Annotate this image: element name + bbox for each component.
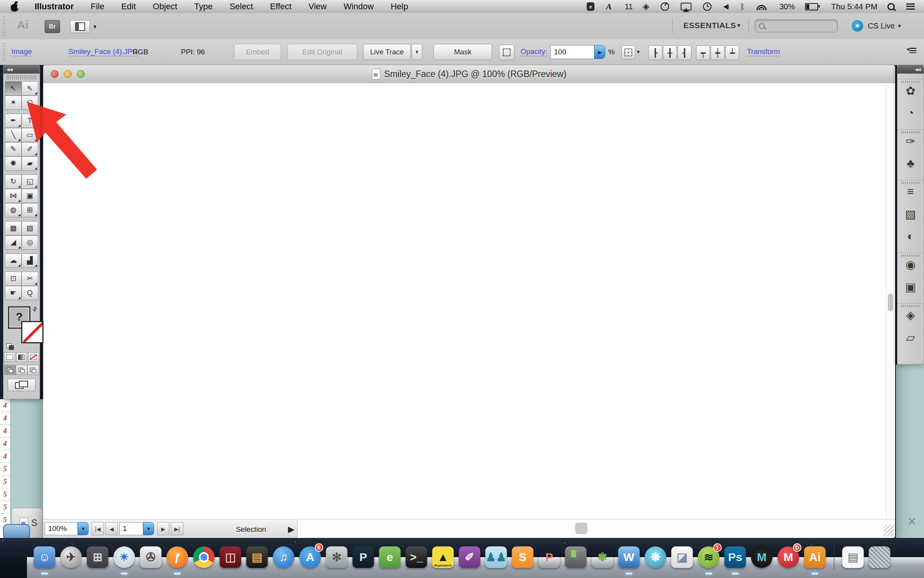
tool-selection[interactable]: ↖	[5, 81, 22, 96]
search-input[interactable]	[755, 19, 838, 32]
menu-status-airplay[interactable]	[681, 3, 693, 10]
dock-app-chrome[interactable]	[193, 546, 215, 568]
previous-artboard-button[interactable]: ◀	[105, 522, 118, 535]
dock-app-finder[interactable]: ☺	[34, 546, 55, 568]
tool-pencil[interactable]: ✐	[22, 142, 38, 156]
menu-status-gauge[interactable]	[661, 2, 671, 11]
dock-app-safari[interactable]: ✴	[114, 546, 135, 568]
menu-item[interactable]: View	[308, 2, 326, 12]
dock-app-system-preferences[interactable]: ✻	[326, 546, 348, 568]
isolate-selected-object-button[interactable]	[499, 45, 514, 60]
dock-app-terminal[interactable]: >_	[406, 546, 427, 568]
dock-app-processing[interactable]: P	[353, 546, 374, 568]
tool-zoom[interactable]: Q	[22, 286, 38, 300]
menu-app-name[interactable]: Illustrator	[35, 2, 74, 12]
menu-status-volume[interactable]: ◀)	[723, 3, 730, 10]
panel-color[interactable]: ✿	[897, 79, 924, 102]
panel-dock-collapse[interactable]: ◀◀	[897, 65, 924, 74]
zoom-level-field[interactable]: 100%	[45, 522, 78, 535]
opacity-input[interactable]: 100	[551, 45, 594, 59]
swap-fill-stroke-icon[interactable]: ⇄	[31, 305, 39, 313]
tool-eraser[interactable]: ▰	[22, 156, 38, 171]
reference-point-selector[interactable]	[621, 45, 635, 59]
color-button[interactable]	[4, 353, 15, 362]
window-resize-grip[interactable]	[884, 525, 894, 536]
vertical-scrollbar-thumb[interactable]	[888, 294, 893, 311]
tool-direct-selection[interactable]: ⇖	[22, 81, 38, 96]
artboard-dropdown-button[interactable]: ▼	[143, 522, 154, 535]
dock-app-evernote[interactable]: e	[379, 546, 401, 568]
tool-type[interactable]: T	[22, 114, 38, 128]
dock-app-facetime[interactable]: ✇	[140, 546, 162, 568]
panel-brushes[interactable]: ✑	[897, 129, 924, 152]
tool-column-graph[interactable]: ▟	[22, 254, 38, 268]
tool-pen[interactable]: ✒	[5, 114, 22, 128]
tools-panel-grip[interactable]	[7, 75, 37, 80]
cs-live-menu[interactable]: CS Live	[868, 22, 895, 30]
artboard-number-field[interactable]: 1	[119, 522, 143, 535]
tool-shape-builder[interactable]: ◍	[5, 203, 22, 217]
live-trace-options-button[interactable]: ▼	[412, 44, 422, 60]
tool-symbol-sprayer[interactable]: ☁	[5, 254, 22, 268]
cs-live-icon[interactable]: ✱	[852, 20, 863, 32]
menu-status-bluetooth[interactable]: ᛒ	[740, 3, 747, 11]
dock-app-makerware[interactable]: M	[751, 546, 773, 568]
tool-lasso[interactable]: ◠	[22, 96, 38, 110]
tool-free-transform[interactable]: ▣	[22, 189, 38, 203]
opacity-slider-button[interactable]: ▶	[594, 45, 605, 59]
menu-item[interactable]: Type	[194, 2, 213, 12]
draw-inside-mode-button[interactable]	[27, 365, 39, 375]
menu-status-spotlight[interactable]	[887, 3, 896, 10]
tool-artboard[interactable]: ⊡	[5, 272, 22, 286]
first-artboard-button[interactable]: |◀	[92, 522, 104, 535]
dock-app-app-grid[interactable]: ⊞	[87, 546, 109, 568]
tool-perspective-grid[interactable]: ⊞	[22, 203, 38, 217]
screen-mode-button[interactable]	[8, 379, 35, 391]
tool-rectangle[interactable]: ▭	[22, 128, 38, 142]
panel-stroke[interactable]: ≡	[897, 180, 924, 203]
dock-app-illustrator[interactable]: Ai	[804, 546, 826, 568]
dock-app-ichat[interactable]: ♟♟	[485, 546, 507, 568]
dock-app-downloads[interactable]: ▤	[842, 546, 864, 568]
embed-button[interactable]: Embed	[234, 44, 281, 60]
dock-app-green-app[interactable]: ✾	[592, 546, 613, 568]
apple-menu-icon[interactable]	[11, 2, 19, 12]
image-link[interactable]: Image	[12, 48, 32, 56]
opacity-link[interactable]: Opacity:	[521, 48, 547, 56]
tool-paintbrush[interactable]: ✎	[5, 142, 22, 156]
dock-app-app-store[interactable]: A 6	[300, 546, 321, 568]
menu-status-timemachine[interactable]	[703, 2, 713, 11]
dock-app-photoshop[interactable]: Ps	[725, 546, 746, 568]
chevron-down-icon[interactable]: ▼	[897, 23, 902, 29]
align-right-button[interactable]: ┨	[678, 45, 691, 60]
panel-layers[interactable]: ◈	[897, 303, 924, 326]
dock-app-image-tool[interactable]: ✐	[459, 546, 480, 568]
align-left-button[interactable]: ┠	[648, 45, 662, 60]
dock-app-scratch[interactable]: S	[512, 546, 534, 568]
panel-graphic-styles[interactable]: ▣	[897, 276, 924, 298]
draw-behind-mode-button[interactable]	[16, 365, 27, 375]
menu-status-dropbox[interactable]: ◈	[643, 2, 651, 11]
menu-status-battery[interactable]	[805, 3, 820, 10]
gradient-button[interactable]	[16, 353, 27, 362]
menu-status-count[interactable]: 11	[623, 2, 633, 11]
dock-app-community[interactable]: ❋	[645, 546, 666, 568]
tool-magic-wand[interactable]: ✶	[5, 96, 22, 110]
live-trace-button[interactable]: Live Trace	[363, 44, 411, 60]
mask-button[interactable]: Mask	[434, 44, 492, 60]
zoom-dropdown-button[interactable]: ▼	[78, 522, 89, 535]
chevron-down-icon[interactable]: ▼	[636, 49, 641, 55]
tool-gradient[interactable]: ▨	[22, 221, 38, 235]
dock-app-utility[interactable]: ▘	[565, 546, 587, 568]
horizontal-scrollbar-thumb[interactable]	[575, 523, 588, 534]
vertical-scrollbar[interactable]	[886, 83, 895, 519]
panel-color-guide[interactable]: ◔	[897, 102, 924, 124]
panel-gradient[interactable]: ▧	[897, 203, 924, 225]
tool-slice[interactable]: ✂	[22, 272, 38, 286]
tool-width[interactable]: ⋈	[5, 189, 22, 203]
menu-status-wifi[interactable]	[757, 3, 768, 10]
chevron-down-icon[interactable]: ▼	[736, 22, 742, 29]
dock-app-spotify[interactable]: ≋ 1	[698, 546, 720, 568]
arrange-documents-button[interactable]	[70, 20, 90, 33]
menu-status-battery-pct[interactable]: 30%	[778, 2, 795, 11]
